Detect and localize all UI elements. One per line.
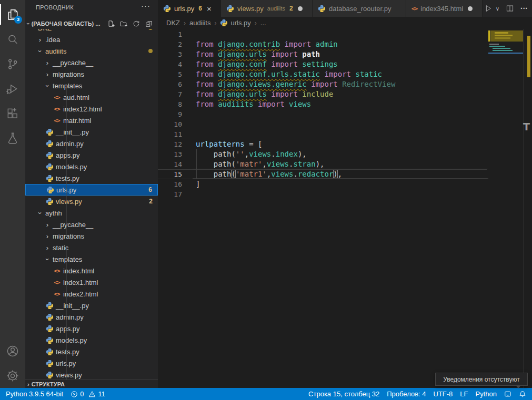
scrollbar-track[interactable] (523, 29, 524, 388)
code-line-2[interactable]: 2from django.contrib import admin (158, 39, 487, 49)
collapse-all-icon[interactable] (144, 19, 154, 28)
modified-dot-icon[interactable] (298, 6, 303, 11)
new-folder-icon[interactable] (119, 19, 128, 28)
status-python-interpreter[interactable]: Python 3.9.5 64-bit (2, 388, 67, 400)
minimap[interactable] (488, 29, 523, 388)
search-icon[interactable] (0, 27, 25, 52)
run-icon[interactable] (484, 4, 493, 13)
outline-section-header[interactable]: › СТРУКТУРА (25, 380, 158, 388)
tree-item-apps.py[interactable]: apps.py (25, 323, 158, 334)
code-line-8[interactable]: 8from audiiits import views (158, 99, 487, 109)
code-line-4[interactable]: 4from django.conf import settings (158, 59, 487, 69)
breadcrumb-item-DKZ[interactable]: DKZ (166, 19, 180, 27)
extensions-icon[interactable] (0, 101, 25, 126)
modified-dot-icon[interactable] (468, 6, 473, 11)
tree-item-templates[interactable]: ›templates (25, 253, 158, 265)
tree-item-__init__.py[interactable]: __init__.py (25, 300, 158, 311)
code-editor[interactable]: 12from django.contrib import admin3from … (158, 29, 532, 388)
split-editor-icon[interactable] (506, 4, 514, 13)
tab-urls.py[interactable]: urls.py6× (158, 0, 221, 17)
status-encoding[interactable]: UTF-8 (430, 388, 457, 400)
tree-item-admin.py[interactable]: admin.py (25, 311, 158, 323)
code-line-6[interactable]: 6from django.views.generic import Redire… (158, 79, 487, 89)
line-number: 10 (158, 119, 182, 129)
tree-item-apps.py[interactable]: apps.py (25, 149, 158, 161)
tree-item-index1.html[interactable]: <>index1.html (25, 276, 158, 288)
code-line-15[interactable]: 15 path('matr1',views.redactor), (158, 169, 487, 179)
tree-item-tests.py[interactable]: tests.py (25, 172, 158, 184)
new-file-icon[interactable] (106, 19, 116, 28)
tree-item-label: __pycache__ (53, 59, 93, 67)
tree-item-views.py[interactable]: views.py2 (25, 196, 158, 207)
breadcrumb-item-audiiits[interactable]: audiiits (189, 19, 210, 27)
code-line-9[interactable]: 9 (158, 109, 487, 119)
code-line-5[interactable]: 5from django.conf.urls.static import sta… (158, 69, 487, 79)
code-line-11[interactable]: 11 (158, 129, 487, 139)
code-line-13[interactable]: 13 path('',views.index), (158, 149, 487, 159)
tree-item-matr.html[interactable]: <>matr.html (25, 115, 158, 126)
tree-item-aythh[interactable]: ›aythh (25, 207, 158, 219)
close-icon[interactable]: × (207, 5, 212, 13)
bell-icon[interactable] (515, 388, 530, 400)
code-line-16[interactable]: 16] (158, 179, 487, 189)
workspace-section-header[interactable]: › (РАБОЧАЯ ОБЛАСТЬ) ... (25, 18, 158, 29)
explorer-icon[interactable]: 3 (0, 2, 25, 27)
status-problems[interactable]: 011 (67, 388, 109, 400)
settings-icon[interactable] (0, 363, 25, 388)
code-line-7[interactable]: 7from django.urls import include (158, 89, 487, 99)
error-count: 0 (80, 390, 84, 398)
tree-item-__pycache__[interactable]: ›__pycache__ (25, 57, 158, 68)
code-line-1[interactable]: 1 (158, 29, 487, 39)
tree-item-index.html[interactable]: <>index.html (25, 265, 158, 276)
tree-item-admin.py[interactable]: admin.py (25, 138, 158, 149)
tree-item-index2.html[interactable]: <>index2.html (25, 288, 158, 300)
breadcrumb-item-urls.py[interactable]: urls.py (220, 19, 250, 27)
tree-item-__init__.py[interactable]: __init__.py (25, 126, 158, 138)
tree-item-label: __init__.py (56, 128, 89, 136)
run-dropdown-icon[interactable]: ∨ (496, 6, 499, 12)
tab-index345.html[interactable]: <>index345.html (406, 0, 483, 17)
tree-item-urls.py[interactable]: urls.py6 (25, 184, 158, 196)
tree-item-audiiits[interactable]: ›audiiits (25, 45, 158, 57)
tree-item-aud.html[interactable]: <>aud.html (25, 91, 158, 103)
python-file-icon (46, 186, 54, 194)
sidebar-title: ПРОВОДНИК (36, 4, 74, 11)
tree-item-templates[interactable]: ›templates (25, 80, 158, 91)
tree-item-tests.py[interactable]: tests.py (25, 346, 158, 357)
tree-item-label: index.html (63, 267, 94, 275)
tree-item-views.py[interactable]: views.py (25, 369, 158, 380)
tree-item-index12.html[interactable]: <>index12.html (25, 103, 158, 115)
tab-database_roouter.py[interactable]: database_roouter.py (313, 0, 406, 17)
tree-item-__pycache__[interactable]: ›__pycache__ (25, 219, 158, 230)
status-language-mode[interactable]: Python (472, 388, 500, 400)
breadcrumb-item-...[interactable]: ... (260, 19, 266, 27)
sidebar-more-actions-icon[interactable]: ··· (141, 1, 150, 10)
status-eol[interactable]: LF (456, 388, 471, 400)
refresh-icon[interactable] (132, 19, 141, 28)
testing-icon[interactable] (0, 126, 25, 150)
tree-item-migrations[interactable]: ›migrations (25, 230, 158, 242)
tree-item-label: migrations (53, 232, 84, 240)
status-cursor-position[interactable]: Строка 15, столбец 32 (305, 388, 383, 400)
code-line-17[interactable]: 17 (158, 189, 487, 199)
run-debug-icon[interactable] (0, 76, 25, 101)
source-control-icon[interactable] (0, 52, 25, 76)
code-line-14[interactable]: 14 path('matr',views.stran), (158, 159, 487, 169)
status-indentation[interactable]: Пробелов: 4 (383, 388, 429, 400)
tab-views.py[interactable]: views.pyaudiiits2 (221, 0, 313, 17)
tree-item-models.py[interactable]: models.py (25, 161, 158, 172)
tree-item-models.py[interactable]: models.py (25, 334, 158, 346)
more-actions-icon[interactable]: ··· (520, 4, 528, 13)
feedback-icon[interactable] (500, 388, 515, 400)
code-line-3[interactable]: 3from django.urls import path (158, 49, 487, 59)
code-line-10[interactable]: 10 (158, 119, 487, 129)
tree-item-migrations[interactable]: ›migrations (25, 68, 158, 80)
tree-item-.idea[interactable]: ›.idea (25, 34, 158, 45)
tree-item-urls.py[interactable]: urls.py (25, 357, 158, 369)
account-icon[interactable] (0, 339, 25, 363)
overview-ruler-warning-stripe (527, 36, 530, 77)
line-number: 2 (158, 39, 182, 49)
code-line-12[interactable]: 12urlpatterns = [ (158, 139, 487, 149)
tree-item-DKZ[interactable]: ›DKZ (25, 29, 158, 34)
tree-item-static[interactable]: ›static (25, 242, 158, 253)
